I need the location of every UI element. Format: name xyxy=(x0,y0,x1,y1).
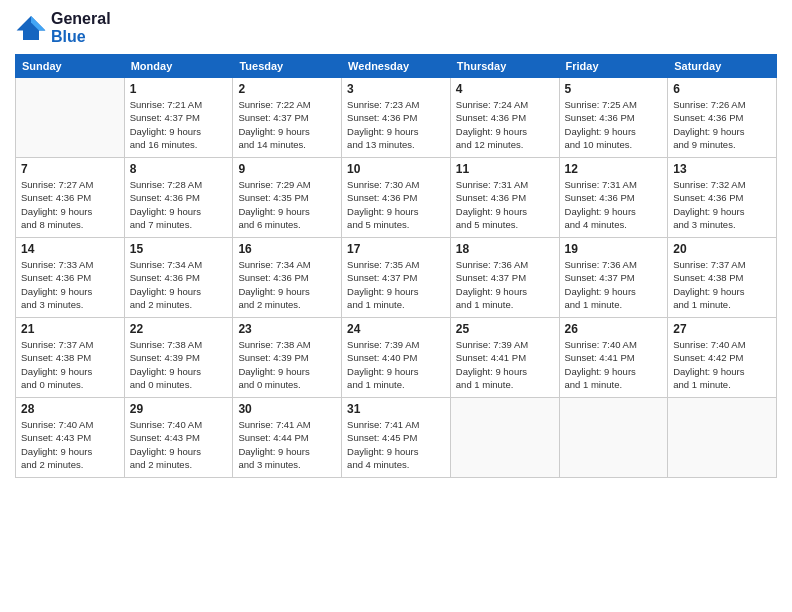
day-number: 16 xyxy=(238,242,336,256)
calendar-cell: 2Sunrise: 7:22 AM Sunset: 4:37 PM Daylig… xyxy=(233,78,342,158)
calendar-cell: 14Sunrise: 7:33 AM Sunset: 4:36 PM Dayli… xyxy=(16,238,125,318)
day-number: 27 xyxy=(673,322,771,336)
day-number: 11 xyxy=(456,162,554,176)
day-info: Sunrise: 7:41 AM Sunset: 4:44 PM Dayligh… xyxy=(238,418,336,471)
calendar-cell: 3Sunrise: 7:23 AM Sunset: 4:36 PM Daylig… xyxy=(342,78,451,158)
day-info: Sunrise: 7:38 AM Sunset: 4:39 PM Dayligh… xyxy=(130,338,228,391)
day-info: Sunrise: 7:38 AM Sunset: 4:39 PM Dayligh… xyxy=(238,338,336,391)
calendar-header-friday: Friday xyxy=(559,55,668,78)
calendar-header-saturday: Saturday xyxy=(668,55,777,78)
day-number: 26 xyxy=(565,322,663,336)
logo-icon xyxy=(15,14,47,42)
day-number: 1 xyxy=(130,82,228,96)
calendar-week-row: 14Sunrise: 7:33 AM Sunset: 4:36 PM Dayli… xyxy=(16,238,777,318)
day-info: Sunrise: 7:25 AM Sunset: 4:36 PM Dayligh… xyxy=(565,98,663,151)
day-info: Sunrise: 7:39 AM Sunset: 4:41 PM Dayligh… xyxy=(456,338,554,391)
day-number: 7 xyxy=(21,162,119,176)
calendar-header-thursday: Thursday xyxy=(450,55,559,78)
calendar-cell: 9Sunrise: 7:29 AM Sunset: 4:35 PM Daylig… xyxy=(233,158,342,238)
calendar-cell: 24Sunrise: 7:39 AM Sunset: 4:40 PM Dayli… xyxy=(342,318,451,398)
calendar-header-wednesday: Wednesday xyxy=(342,55,451,78)
calendar-cell: 18Sunrise: 7:36 AM Sunset: 4:37 PM Dayli… xyxy=(450,238,559,318)
day-number: 25 xyxy=(456,322,554,336)
day-number: 12 xyxy=(565,162,663,176)
calendar-cell: 17Sunrise: 7:35 AM Sunset: 4:37 PM Dayli… xyxy=(342,238,451,318)
day-number: 9 xyxy=(238,162,336,176)
calendar-cell: 11Sunrise: 7:31 AM Sunset: 4:36 PM Dayli… xyxy=(450,158,559,238)
day-number: 21 xyxy=(21,322,119,336)
day-number: 15 xyxy=(130,242,228,256)
day-number: 29 xyxy=(130,402,228,416)
day-number: 13 xyxy=(673,162,771,176)
calendar-cell: 31Sunrise: 7:41 AM Sunset: 4:45 PM Dayli… xyxy=(342,398,451,478)
calendar-cell xyxy=(16,78,125,158)
calendar-cell: 28Sunrise: 7:40 AM Sunset: 4:43 PM Dayli… xyxy=(16,398,125,478)
calendar-week-row: 7Sunrise: 7:27 AM Sunset: 4:36 PM Daylig… xyxy=(16,158,777,238)
day-number: 14 xyxy=(21,242,119,256)
day-info: Sunrise: 7:32 AM Sunset: 4:36 PM Dayligh… xyxy=(673,178,771,231)
day-number: 3 xyxy=(347,82,445,96)
calendar-header-row: SundayMondayTuesdayWednesdayThursdayFrid… xyxy=(16,55,777,78)
calendar-header-monday: Monday xyxy=(124,55,233,78)
day-info: Sunrise: 7:34 AM Sunset: 4:36 PM Dayligh… xyxy=(238,258,336,311)
day-number: 24 xyxy=(347,322,445,336)
day-info: Sunrise: 7:37 AM Sunset: 4:38 PM Dayligh… xyxy=(673,258,771,311)
calendar-cell: 22Sunrise: 7:38 AM Sunset: 4:39 PM Dayli… xyxy=(124,318,233,398)
calendar-cell: 26Sunrise: 7:40 AM Sunset: 4:41 PM Dayli… xyxy=(559,318,668,398)
day-info: Sunrise: 7:34 AM Sunset: 4:36 PM Dayligh… xyxy=(130,258,228,311)
calendar-cell: 13Sunrise: 7:32 AM Sunset: 4:36 PM Dayli… xyxy=(668,158,777,238)
day-number: 31 xyxy=(347,402,445,416)
day-number: 19 xyxy=(565,242,663,256)
day-info: Sunrise: 7:36 AM Sunset: 4:37 PM Dayligh… xyxy=(565,258,663,311)
day-number: 8 xyxy=(130,162,228,176)
day-number: 2 xyxy=(238,82,336,96)
day-info: Sunrise: 7:40 AM Sunset: 4:42 PM Dayligh… xyxy=(673,338,771,391)
calendar-week-row: 1Sunrise: 7:21 AM Sunset: 4:37 PM Daylig… xyxy=(16,78,777,158)
day-info: Sunrise: 7:22 AM Sunset: 4:37 PM Dayligh… xyxy=(238,98,336,151)
calendar-cell: 23Sunrise: 7:38 AM Sunset: 4:39 PM Dayli… xyxy=(233,318,342,398)
calendar-table: SundayMondayTuesdayWednesdayThursdayFrid… xyxy=(15,54,777,478)
calendar-header-sunday: Sunday xyxy=(16,55,125,78)
calendar-cell: 20Sunrise: 7:37 AM Sunset: 4:38 PM Dayli… xyxy=(668,238,777,318)
calendar-cell: 8Sunrise: 7:28 AM Sunset: 4:36 PM Daylig… xyxy=(124,158,233,238)
day-number: 23 xyxy=(238,322,336,336)
calendar-week-row: 28Sunrise: 7:40 AM Sunset: 4:43 PM Dayli… xyxy=(16,398,777,478)
logo: General Blue xyxy=(15,10,111,46)
day-info: Sunrise: 7:24 AM Sunset: 4:36 PM Dayligh… xyxy=(456,98,554,151)
day-number: 17 xyxy=(347,242,445,256)
day-number: 30 xyxy=(238,402,336,416)
day-info: Sunrise: 7:36 AM Sunset: 4:37 PM Dayligh… xyxy=(456,258,554,311)
day-info: Sunrise: 7:37 AM Sunset: 4:38 PM Dayligh… xyxy=(21,338,119,391)
page: General Blue SundayMondayTuesdayWednesda… xyxy=(0,0,792,612)
day-number: 10 xyxy=(347,162,445,176)
calendar-cell: 19Sunrise: 7:36 AM Sunset: 4:37 PM Dayli… xyxy=(559,238,668,318)
calendar-cell: 4Sunrise: 7:24 AM Sunset: 4:36 PM Daylig… xyxy=(450,78,559,158)
day-info: Sunrise: 7:33 AM Sunset: 4:36 PM Dayligh… xyxy=(21,258,119,311)
day-number: 5 xyxy=(565,82,663,96)
day-info: Sunrise: 7:31 AM Sunset: 4:36 PM Dayligh… xyxy=(456,178,554,231)
day-info: Sunrise: 7:35 AM Sunset: 4:37 PM Dayligh… xyxy=(347,258,445,311)
calendar-header-tuesday: Tuesday xyxy=(233,55,342,78)
day-info: Sunrise: 7:40 AM Sunset: 4:43 PM Dayligh… xyxy=(130,418,228,471)
calendar-cell: 7Sunrise: 7:27 AM Sunset: 4:36 PM Daylig… xyxy=(16,158,125,238)
calendar-cell xyxy=(668,398,777,478)
calendar-cell xyxy=(559,398,668,478)
logo-text: General Blue xyxy=(51,10,111,46)
day-number: 22 xyxy=(130,322,228,336)
calendar-cell: 29Sunrise: 7:40 AM Sunset: 4:43 PM Dayli… xyxy=(124,398,233,478)
day-info: Sunrise: 7:26 AM Sunset: 4:36 PM Dayligh… xyxy=(673,98,771,151)
day-info: Sunrise: 7:30 AM Sunset: 4:36 PM Dayligh… xyxy=(347,178,445,231)
calendar-cell: 21Sunrise: 7:37 AM Sunset: 4:38 PM Dayli… xyxy=(16,318,125,398)
day-info: Sunrise: 7:21 AM Sunset: 4:37 PM Dayligh… xyxy=(130,98,228,151)
day-number: 28 xyxy=(21,402,119,416)
day-info: Sunrise: 7:31 AM Sunset: 4:36 PM Dayligh… xyxy=(565,178,663,231)
day-number: 4 xyxy=(456,82,554,96)
day-info: Sunrise: 7:41 AM Sunset: 4:45 PM Dayligh… xyxy=(347,418,445,471)
day-info: Sunrise: 7:29 AM Sunset: 4:35 PM Dayligh… xyxy=(238,178,336,231)
calendar-cell: 10Sunrise: 7:30 AM Sunset: 4:36 PM Dayli… xyxy=(342,158,451,238)
calendar-cell xyxy=(450,398,559,478)
calendar-cell: 27Sunrise: 7:40 AM Sunset: 4:42 PM Dayli… xyxy=(668,318,777,398)
calendar-cell: 12Sunrise: 7:31 AM Sunset: 4:36 PM Dayli… xyxy=(559,158,668,238)
day-info: Sunrise: 7:27 AM Sunset: 4:36 PM Dayligh… xyxy=(21,178,119,231)
calendar-cell: 16Sunrise: 7:34 AM Sunset: 4:36 PM Dayli… xyxy=(233,238,342,318)
